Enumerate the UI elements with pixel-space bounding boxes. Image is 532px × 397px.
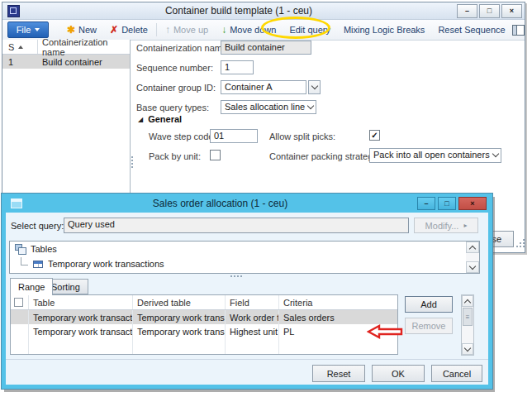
column-header-field[interactable]: Field xyxy=(226,295,279,309)
container-packing-strategy-select[interactable]: Pack into all open containers xyxy=(369,148,501,163)
delete-label: Delete xyxy=(121,25,148,35)
resize-grip-icon[interactable] xyxy=(515,237,525,248)
modify-label: Modify... xyxy=(425,221,459,231)
chevron-down-icon xyxy=(307,103,314,109)
close-icon[interactable]: × xyxy=(501,4,522,18)
main-window-title: Container build template (1 - ceu) xyxy=(22,5,455,17)
column-header-criteria[interactable]: Criteria xyxy=(279,295,397,309)
delete-button[interactable]: ✗ Delete xyxy=(103,22,154,38)
column-header-table[interactable]: Table xyxy=(29,295,133,309)
thumb-grip-icon: ≡ xyxy=(466,313,470,321)
chevron-down-icon xyxy=(492,151,499,157)
table-icon xyxy=(33,261,43,268)
general-title: General xyxy=(148,114,182,124)
move-up-button[interactable]: ↑ Move up xyxy=(159,22,215,38)
select-query-field[interactable]: Query used xyxy=(64,218,409,233)
scroll-up-icon[interactable] xyxy=(466,242,479,253)
dialog-window-icon xyxy=(11,198,22,208)
minimize-icon[interactable]: – xyxy=(457,4,477,18)
pack-by-unit-label: Pack by unit: xyxy=(149,151,201,161)
containerization-name-field[interactable]: Build container xyxy=(221,41,311,55)
base-query-types-select[interactable]: Sales allocation line xyxy=(221,100,316,114)
dialog-titlebar: Sales order allocation (1 - ceu) – □ × xyxy=(6,194,488,213)
edit-query-label: Edit query xyxy=(289,25,330,35)
scroll-down-icon[interactable] xyxy=(466,261,479,273)
footer-divider xyxy=(6,359,488,360)
tab-sorting-label: Sorting xyxy=(51,282,80,292)
file-menu-label: File xyxy=(17,25,31,35)
screenshot-stage: Container build template (1 - ceu) – □ ×… xyxy=(0,0,532,397)
select-all-checkbox[interactable] xyxy=(14,298,23,307)
dialog-title: Sales order allocation (1 - ceu) xyxy=(26,198,415,209)
arrow-up-icon: ↑ xyxy=(165,24,170,36)
criteria-header-row: Table Derived table Field Criteria xyxy=(11,295,397,310)
move-down-label: Move down xyxy=(230,25,276,35)
tables-icon xyxy=(15,244,26,254)
ok-button[interactable]: OK xyxy=(372,365,425,382)
move-down-button[interactable]: ↓ Move down xyxy=(215,22,283,38)
scrollbar-thumb[interactable]: ≡ xyxy=(463,308,473,326)
horizontal-splitter[interactable] xyxy=(230,275,232,277)
main-titlebar: Container build template (1 - ceu) – □ × xyxy=(2,2,525,20)
grid-header-row: S Containerization name xyxy=(2,40,130,55)
reset-button[interactable]: Reset xyxy=(312,365,365,382)
dialog-body: Select query: Query used Modify... ▸ Tab… xyxy=(6,213,488,385)
file-menu-button[interactable]: File xyxy=(7,22,49,38)
cancel-button[interactable]: Cancel xyxy=(431,365,482,382)
vertical-splitter[interactable] xyxy=(131,156,133,158)
allow-split-picks-checkbox[interactable]: ✓ xyxy=(369,130,380,141)
sequence-number-field[interactable]: 1 xyxy=(221,60,254,74)
app-icon xyxy=(7,5,20,17)
dialog-maximize-icon[interactable]: □ xyxy=(438,197,456,210)
tab-range[interactable]: Range xyxy=(10,278,53,295)
select-query-label: Select query: xyxy=(11,221,64,231)
pack-by-unit-checkbox[interactable] xyxy=(210,150,221,160)
allow-split-picks-label: Allow split picks: xyxy=(269,132,335,141)
remove-button[interactable]: Remove xyxy=(405,318,453,334)
query-tables-tree: Tables Temporary work transactions xyxy=(9,241,480,274)
check-icon: ✓ xyxy=(371,132,378,140)
layout-pane-icon[interactable] xyxy=(512,25,525,36)
column-header-derived-table[interactable]: Derived table xyxy=(133,295,226,309)
red-arrow-annotation xyxy=(367,324,403,339)
base-query-types-label: Base query types: xyxy=(136,103,209,112)
container-packing-strategy-value: Pack into all open containers xyxy=(373,150,490,160)
scroll-up-icon[interactable] xyxy=(462,295,473,307)
row-sequence: 1 xyxy=(8,57,13,67)
sort-ascending-icon xyxy=(18,45,23,49)
mixing-logic-breaks-label: Mixing Logic Breaks xyxy=(344,25,425,35)
container-group-id-field[interactable]: Container A xyxy=(221,80,306,94)
tree-elbow-icon xyxy=(21,257,28,265)
table-row[interactable]: 1 Build container xyxy=(2,55,130,69)
tree-node-tables[interactable]: Tables xyxy=(10,242,479,256)
new-button[interactable]: ✱ New xyxy=(60,22,103,38)
scroll-down-icon[interactable] xyxy=(462,343,473,355)
container-group-id-label: Container group ID: xyxy=(136,83,216,93)
tree-node-work-transactions[interactable]: Temporary work transactions xyxy=(10,256,479,271)
grid-scrollbar[interactable]: ≡ xyxy=(461,294,474,356)
tree-scrollbar[interactable] xyxy=(466,242,479,273)
table-row[interactable]: Temporary work transactions Temporary wo… xyxy=(11,310,397,324)
modify-button[interactable]: Modify... ▸ xyxy=(414,218,478,233)
empty-grid-row xyxy=(11,338,397,355)
edit-query-button[interactable]: Edit query xyxy=(283,22,337,38)
dialog-minimize-icon[interactable]: – xyxy=(417,197,435,210)
add-button[interactable]: Add xyxy=(405,296,453,313)
column-header-s[interactable]: S xyxy=(2,42,37,52)
new-star-icon: ✱ xyxy=(67,24,75,36)
reset-sequence-label: Reset Sequence xyxy=(438,25,505,35)
reset-sequence-button[interactable]: Reset Sequence xyxy=(431,22,511,38)
maximize-icon[interactable]: □ xyxy=(479,4,500,18)
container-group-id-dropdown-icon[interactable] xyxy=(308,80,321,94)
wave-step-code-field[interactable]: 01 xyxy=(210,129,258,143)
containerization-name-label: Containerization name: xyxy=(136,43,230,53)
column-header-containerization-name[interactable]: Containerization name xyxy=(37,40,130,54)
table-row[interactable]: Temporary work transactions Temporary wo… xyxy=(11,324,397,338)
row-name: Build container xyxy=(42,57,102,67)
mixing-logic-breaks-button[interactable]: Mixing Logic Breaks xyxy=(337,22,431,38)
arrow-down-icon: ↓ xyxy=(221,24,226,36)
work-transactions-node-label: Temporary work transactions xyxy=(48,259,164,269)
dialog-close-icon[interactable]: × xyxy=(458,197,487,210)
flyout-arrow-icon: ▸ xyxy=(463,222,467,229)
general-section-header[interactable]: ◢ General xyxy=(138,114,182,124)
